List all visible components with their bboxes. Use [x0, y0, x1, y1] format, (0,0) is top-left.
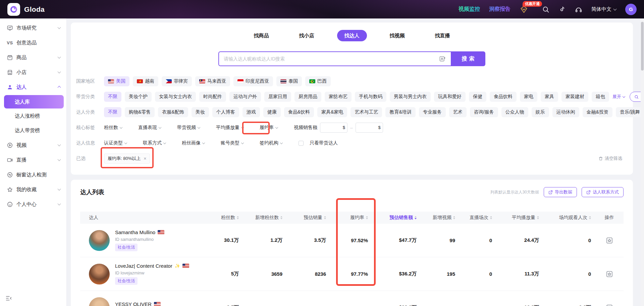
- creator-contact-button[interactable]: 达人联系方式: [582, 187, 624, 197]
- category-chip[interactable]: 玩具和爱好: [434, 92, 466, 102]
- nav-link-insight-report[interactable]: 洞察报告: [489, 6, 511, 13]
- category-chip[interactable]: 艺术与工艺: [351, 107, 382, 117]
- country-chip[interactable]: 美国: [104, 76, 129, 86]
- sidebar-subitem-creator-library[interactable]: 达人库: [4, 95, 64, 108]
- country-chip[interactable]: 印度尼西亚: [233, 76, 273, 86]
- category-chip[interactable]: 不限: [104, 92, 121, 102]
- category-chip[interactable]: 家具: [541, 92, 558, 102]
- add-to-collection-icon[interactable]: [605, 304, 613, 306]
- user-avatar[interactable]: G: [625, 4, 637, 15]
- dropdown-audience-profile[interactable]: 粉丝画像: [182, 140, 205, 146]
- creator-avatar[interactable]: [89, 297, 110, 306]
- sidebar-subitem-sales-rank[interactable]: 达人带货榜: [0, 123, 66, 138]
- creator-search-input[interactable]: [218, 51, 451, 66]
- sidebar-item-creators[interactable]: 达人: [0, 80, 66, 94]
- dropdown-fulfillment-rate[interactable]: 履约率: [260, 125, 278, 131]
- category-chip[interactable]: 金融&投资: [583, 107, 612, 117]
- tab-find-creators[interactable]: 找达人: [337, 30, 367, 41]
- dropdown-avg-views[interactable]: 平均播放量: [216, 125, 244, 131]
- creator-name[interactable]: YESSY OLIVER: [115, 301, 161, 306]
- category-chip[interactable]: 家纺布艺: [325, 92, 352, 102]
- category-chip[interactable]: 家电: [520, 92, 537, 102]
- column-header-new-videos[interactable]: 新增视频: [421, 215, 459, 221]
- dropdown-sales-videos[interactable]: 带货视频: [177, 125, 200, 131]
- sort-icon[interactable]: [589, 216, 591, 219]
- category-chip[interactable]: 购物&零售: [125, 107, 155, 117]
- column-header-avg-views[interactable]: 平均播放量: [496, 215, 543, 221]
- sort-icon[interactable]: [490, 216, 492, 219]
- category-chip[interactable]: 衣服&配饰: [158, 107, 188, 117]
- gloda-logo-icon[interactable]: [7, 3, 20, 16]
- add-to-collection-icon[interactable]: [605, 236, 613, 245]
- tab-find-lives[interactable]: 找直播: [428, 30, 458, 41]
- country-chip[interactable]: 菲律宾: [162, 76, 192, 86]
- column-header-est-revenue[interactable]: 预估销售额: [372, 215, 421, 221]
- category-chip[interactable]: 男装与男士内衣: [390, 92, 431, 102]
- sidebar-item-videos[interactable]: 视频: [0, 138, 66, 152]
- dropdown-verification-type[interactable]: 认证类型: [104, 140, 127, 146]
- expand-link[interactable]: 展开: [612, 94, 625, 100]
- clear-filters-button[interactable]: 清空筛选: [598, 156, 628, 162]
- tab-find-videos[interactable]: 找视频: [382, 30, 412, 41]
- dropdown-followers[interactable]: 粉丝数: [104, 125, 122, 131]
- dropdown-live-performance[interactable]: 直播表现: [138, 125, 161, 131]
- category-chip[interactable]: 手机与数码: [355, 92, 386, 102]
- category-chip[interactable]: 食品饮料: [490, 92, 517, 102]
- category-chip[interactable]: 厨房用品: [294, 92, 321, 102]
- add-to-collection-icon[interactable]: [605, 270, 613, 278]
- category-chip[interactable]: 游戏: [243, 107, 260, 117]
- sidebar-subitem-follower-growth-rank[interactable]: 达人涨粉榜: [0, 109, 66, 123]
- sort-icon[interactable]: [237, 216, 239, 219]
- category-chip[interactable]: 公众人物: [501, 107, 528, 117]
- creator-name[interactable]: Samantha Mullino: [115, 229, 164, 235]
- column-header-fulfillment-rate[interactable]: 履约率: [330, 215, 372, 221]
- column-header-followers[interactable]: 粉丝数: [208, 215, 243, 221]
- sidebar-item-favorites[interactable]: 我的收藏: [0, 182, 66, 197]
- category-chip[interactable]: 运动休闲: [552, 107, 579, 117]
- category-chip[interactable]: 居家日用: [264, 92, 291, 102]
- sidebar-item-shops[interactable]: 小店: [0, 65, 66, 80]
- sidebar-item-market-research[interactable]: 市场研究: [0, 20, 66, 35]
- country-chip[interactable]: 马来西亚: [195, 76, 230, 86]
- selected-filter-tag[interactable]: 履约率: 80%以上 ×: [104, 154, 150, 164]
- sidebar-item-products[interactable]: 商品: [0, 50, 66, 65]
- category-chip[interactable]: 音乐/跳舞: [616, 107, 644, 117]
- category-chip[interactable]: 健康: [263, 107, 281, 117]
- sidebar-item-livestream[interactable]: 直播: [0, 152, 66, 167]
- column-header-live-sessions[interactable]: 直播场次: [459, 215, 496, 221]
- remove-filter-icon[interactable]: ×: [144, 156, 146, 161]
- column-header-avg-live-viewers[interactable]: 场均观看人次: [543, 215, 595, 221]
- country-chip[interactable]: 泰国: [276, 76, 302, 86]
- batch-search-icon[interactable]: [439, 55, 446, 62]
- category-chip[interactable]: 个人博客: [212, 107, 239, 117]
- category-chip[interactable]: 不限: [104, 107, 121, 117]
- category-chip[interactable]: 食品&饮料: [284, 107, 314, 117]
- sort-icon[interactable]: [453, 216, 455, 219]
- category-chip[interactable]: 家装建材: [561, 92, 588, 102]
- dropdown-agency[interactable]: 签约机构: [260, 140, 282, 146]
- dropdown-account-type[interactable]: 账号类型: [221, 140, 244, 146]
- sort-icon[interactable]: [537, 216, 539, 219]
- country-chip[interactable]: 巴西: [305, 76, 331, 86]
- column-header-new-followers[interactable]: 新增粉丝数: [243, 215, 286, 221]
- category-chip[interactable]: 娱乐: [532, 107, 549, 117]
- category-chip[interactable]: 家具&家电: [317, 107, 347, 117]
- category-chip[interactable]: 箱包: [592, 92, 609, 102]
- creator-avatar[interactable]: [89, 264, 110, 285]
- sidebar-collapse-icon[interactable]: [5, 295, 12, 302]
- category-chip[interactable]: 时尚配件: [199, 92, 226, 102]
- nav-link-video-monitor[interactable]: 视频监控: [459, 6, 480, 13]
- category-chip[interactable]: 女装与女士内衣: [155, 92, 196, 102]
- category-chip[interactable]: 专业服务: [419, 107, 446, 117]
- search-button[interactable]: 搜索: [451, 51, 485, 66]
- tab-find-products[interactable]: 找商品: [247, 30, 276, 41]
- export-data-button[interactable]: 导出数据: [544, 187, 577, 197]
- sort-icon[interactable]: [415, 216, 417, 219]
- sort-icon[interactable]: [280, 216, 282, 219]
- sidebar-item-showcase-detect[interactable]: 橱窗达人检测: [0, 167, 66, 182]
- search-icon[interactable]: [542, 6, 549, 13]
- tiktok-note-icon[interactable]: [558, 6, 566, 13]
- category-chip[interactable]: 艺术: [449, 107, 467, 117]
- column-header-est-sales[interactable]: 预估销量: [286, 215, 330, 221]
- category-chip[interactable]: 美妆: [192, 107, 209, 117]
